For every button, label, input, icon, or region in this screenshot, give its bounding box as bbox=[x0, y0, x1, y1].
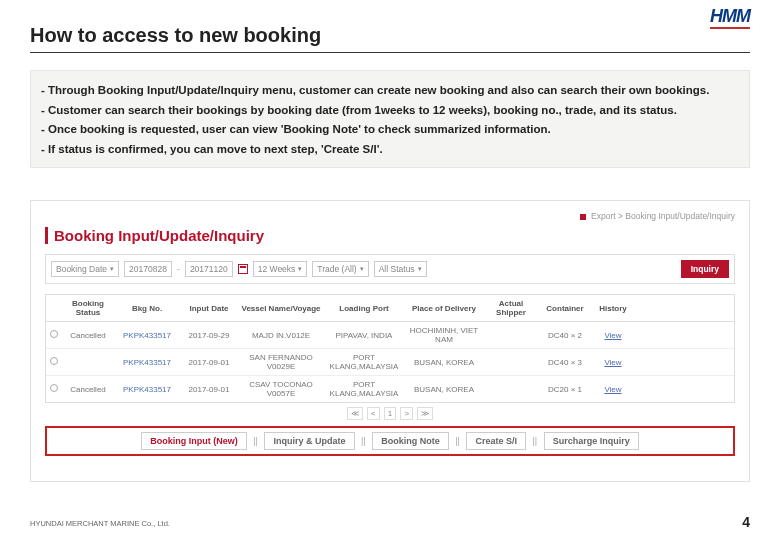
table-row: PKPK433517 2017-09-01 SAN FERNANDO V0029… bbox=[46, 349, 734, 376]
chevron-down-icon: ▾ bbox=[110, 265, 114, 273]
pager: ≪ < 1 > ≫ bbox=[45, 409, 735, 418]
trade-select[interactable]: Trade (All)▾ bbox=[312, 261, 368, 277]
embedded-screenshot: Export > Booking Input/Update/Inquiry Bo… bbox=[30, 200, 750, 482]
row-radio[interactable] bbox=[50, 384, 58, 392]
col-container: Container bbox=[538, 300, 592, 317]
cell-vessel: CSAV TOCONAO V0057E bbox=[238, 376, 324, 402]
cell-vessel: SAN FERNANDO V0029E bbox=[238, 349, 324, 375]
footer-company: HYUNDAI MERCHANT MARINE Co., Ltd. bbox=[30, 519, 170, 528]
cell-ctnr: DC40 × 3 bbox=[538, 354, 592, 371]
cell-vessel: MAJD IN.V012E bbox=[238, 327, 324, 344]
surcharge-inquiry-button[interactable]: Surcharge Inquiry bbox=[544, 432, 639, 450]
bullet-box: - Through Booking Input/Update/Inquiry m… bbox=[30, 70, 750, 168]
cell-date: 2017-09-01 bbox=[180, 354, 238, 371]
history-link[interactable]: View bbox=[592, 354, 634, 371]
col-history: History bbox=[592, 300, 634, 317]
cell-date: 2017-09-29 bbox=[180, 327, 238, 344]
cell-shipper bbox=[484, 358, 538, 366]
cell-pod: HOCHIMINH, VIET NAM bbox=[404, 322, 484, 348]
action-sep: || bbox=[532, 436, 537, 446]
booking-input-new-button[interactable]: Booking Input (New) bbox=[141, 432, 247, 450]
date-type-select[interactable]: Booking Date▾ bbox=[51, 261, 119, 277]
cell-shipper bbox=[484, 331, 538, 339]
page-heading: Booking Input/Update/Inquiry bbox=[45, 227, 735, 244]
inquiry-button[interactable]: Inquiry bbox=[681, 260, 729, 278]
col-load: Loading Port bbox=[324, 300, 404, 317]
cell-load: PORT KLANG,MALAYSIA bbox=[324, 376, 404, 402]
filter-bar: Booking Date▾ 20170828 - 20171120 12 Wee… bbox=[45, 254, 735, 284]
chevron-down-icon: ▾ bbox=[418, 265, 422, 273]
col-bkgno: Bkg No. bbox=[114, 300, 180, 317]
title-rule bbox=[30, 52, 750, 53]
breadcrumb: Export > Booking Input/Update/Inquiry bbox=[45, 211, 735, 221]
bullet-item: - Through Booking Input/Update/Inquiry m… bbox=[41, 85, 739, 97]
pager-last[interactable]: ≫ bbox=[417, 407, 433, 420]
action-sep: || bbox=[253, 436, 258, 446]
create-si-button[interactable]: Create S/I bbox=[466, 432, 526, 450]
chevron-down-icon: ▾ bbox=[298, 265, 302, 273]
bullet-item: - If status is confirmed, you can move t… bbox=[41, 144, 739, 156]
cell-bkgno[interactable]: PKPK433517 bbox=[114, 327, 180, 344]
home-icon bbox=[580, 214, 586, 220]
col-shipper: Actual Shipper bbox=[484, 295, 538, 321]
col-inputdate: Input Date bbox=[180, 300, 238, 317]
status-select[interactable]: All Status▾ bbox=[374, 261, 427, 277]
cell-status: Cancelled bbox=[62, 381, 114, 398]
col-status: Booking Status bbox=[62, 295, 114, 321]
col-vessel: Vessel Name/Voyage bbox=[238, 300, 324, 317]
results-table: Booking Status Bkg No. Input Date Vessel… bbox=[45, 294, 735, 403]
cell-load: PIPAVAV, INDIA bbox=[324, 327, 404, 344]
booking-note-button[interactable]: Booking Note bbox=[372, 432, 449, 450]
cell-bkgno[interactable]: PKPK433517 bbox=[114, 354, 180, 371]
history-link[interactable]: View bbox=[592, 381, 634, 398]
row-radio[interactable] bbox=[50, 357, 58, 365]
pager-next[interactable]: > bbox=[400, 407, 413, 420]
bullet-item: - Once booking is requested, user can vi… bbox=[41, 124, 739, 136]
cell-pod: BUSAN, KOREA bbox=[404, 381, 484, 398]
pager-first[interactable]: ≪ bbox=[347, 407, 363, 420]
cell-date: 2017-09-01 bbox=[180, 381, 238, 398]
row-radio[interactable] bbox=[50, 330, 58, 338]
table-row: Cancelled PKPK433517 2017-09-29 MAJD IN.… bbox=[46, 322, 734, 349]
history-link[interactable]: View bbox=[592, 327, 634, 344]
action-bar-highlight: Booking Input (New) || Inquiry & Update … bbox=[45, 426, 735, 456]
cell-bkgno[interactable]: PKPK433517 bbox=[114, 381, 180, 398]
pager-page[interactable]: 1 bbox=[384, 407, 396, 420]
chevron-down-icon: ▾ bbox=[360, 265, 364, 273]
cell-pod: BUSAN, KOREA bbox=[404, 354, 484, 371]
brand-logo: HMM bbox=[710, 6, 750, 29]
weeks-select[interactable]: 12 Weeks▾ bbox=[253, 261, 308, 277]
col-select bbox=[46, 304, 62, 312]
cell-ctnr: DC20 × 1 bbox=[538, 381, 592, 398]
action-sep: || bbox=[455, 436, 460, 446]
slide-title: How to access to new booking bbox=[30, 24, 321, 47]
col-pod: Place of Delivery bbox=[404, 300, 484, 317]
pager-prev[interactable]: < bbox=[367, 407, 380, 420]
cell-load: PORT KLANG,MALAYSIA bbox=[324, 349, 404, 375]
action-sep: || bbox=[361, 436, 366, 446]
cell-shipper bbox=[484, 385, 538, 393]
page-number: 4 bbox=[742, 514, 750, 530]
cell-status: Cancelled bbox=[62, 327, 114, 344]
table-header-row: Booking Status Bkg No. Input Date Vessel… bbox=[46, 295, 734, 322]
date-to-input[interactable]: 20171120 bbox=[185, 261, 233, 277]
date-dash: - bbox=[177, 264, 180, 274]
cell-status bbox=[62, 358, 114, 366]
date-from-input[interactable]: 20170828 bbox=[124, 261, 172, 277]
calendar-icon[interactable] bbox=[238, 264, 248, 274]
bullet-item: - Customer can search their bookings by … bbox=[41, 105, 739, 117]
table-row: Cancelled PKPK433517 2017-09-01 CSAV TOC… bbox=[46, 376, 734, 402]
cell-ctnr: DC40 × 2 bbox=[538, 327, 592, 344]
inquiry-update-button[interactable]: Inquiry & Update bbox=[264, 432, 354, 450]
